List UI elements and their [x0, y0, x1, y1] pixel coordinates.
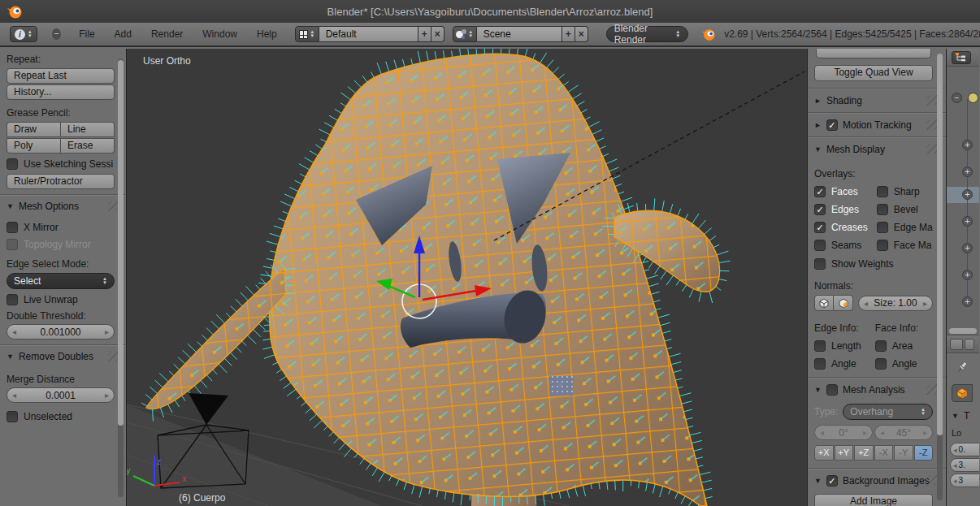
face-area-checkbox[interactable]: ✓ Area — [875, 340, 933, 352]
toolshelf-scrollbar[interactable] — [118, 58, 124, 497]
axis-plus-z-button[interactable]: +Z — [854, 445, 874, 461]
vertex-normals-toggle[interactable] — [814, 295, 834, 311]
checkbox-icon[interactable]: ✓ — [826, 475, 838, 487]
face-marks-checkbox[interactable]: ✓ Face Ma — [877, 240, 933, 251]
arrow-left-icon[interactable]: ◂ — [820, 428, 824, 437]
expand-plus-icon[interactable]: + — [962, 140, 973, 150]
axis-minus-y-button[interactable]: -Y — [894, 445, 913, 461]
menu-add[interactable]: Add — [105, 28, 141, 40]
expand-plus-icon[interactable]: + — [962, 167, 973, 177]
topology-mirror-checkbox[interactable]: ✓ Topology Mirror — [7, 239, 115, 250]
arrow-right-icon[interactable]: ▸ — [923, 428, 927, 437]
location-z-field[interactable]: ◂ 3 — [950, 474, 979, 487]
expand-plus-icon[interactable]: + — [962, 216, 973, 227]
creases-checkbox[interactable]: ✓ Creases — [814, 222, 874, 233]
face-normals-toggle[interactable] — [834, 295, 853, 311]
menu-render[interactable]: Render — [141, 28, 193, 40]
properties-context-icon[interactable] — [965, 339, 974, 350]
grease-poly-button[interactable]: Poly — [7, 138, 61, 154]
sharp-checkbox[interactable]: ✓ Sharp — [877, 186, 933, 197]
mesh-analysis-panel-header[interactable]: ▼ ✓ Mesh Analysis — [814, 384, 933, 396]
axis-plus-x-button[interactable]: +X — [814, 445, 834, 461]
edges-checkbox[interactable]: ✓ Edges — [814, 204, 874, 215]
double-threshold-field[interactable]: ◂ 0.001000 ▸ — [7, 324, 115, 339]
merge-distance-field[interactable]: ◂ 0.0001 ▸ — [7, 387, 115, 403]
arrow-right-icon[interactable]: ▸ — [105, 327, 109, 336]
faces-checkbox[interactable]: ✓ Faces — [814, 186, 874, 197]
menu-help[interactable]: Help — [247, 28, 287, 40]
overhang-min-field[interactable]: ◂ 0° ▸ — [814, 425, 873, 440]
layout-add-button[interactable]: + — [418, 26, 431, 42]
expand-plus-icon[interactable]: + — [962, 189, 973, 200]
motion-tracking-panel-header[interactable]: ► ✓ Motion Tracking — [814, 119, 933, 131]
expand-plus-icon[interactable]: + — [962, 270, 973, 280]
transform-panel-header[interactable]: ▼ T — [952, 410, 979, 422]
body-mesh[interactable] — [258, 49, 712, 506]
scene-delete-button[interactable]: × — [575, 26, 588, 42]
scene-add-button[interactable]: + — [562, 26, 575, 42]
outliner-editor-button[interactable] — [952, 51, 971, 64]
unselected-checkbox[interactable]: ✓ Unselected — [7, 411, 115, 422]
overhang-max-field[interactable]: ◂ 45° ▸ — [874, 425, 933, 440]
add-image-button[interactable]: Add Image — [814, 494, 933, 506]
arrow-right-icon[interactable]: ▸ — [923, 299, 927, 308]
clipped-button[interactable] — [816, 49, 931, 58]
arrow-right-icon[interactable]: ▸ — [105, 391, 109, 400]
expand-plus-icon[interactable]: + — [962, 243, 973, 253]
arrow-right-icon[interactable]: ▸ — [863, 428, 867, 437]
mesh-options-panel-header[interactable]: ▼ Mesh Options — [7, 201, 115, 212]
edge-angle-checkbox[interactable]: ✓ Angle — [814, 358, 875, 370]
bevel-checkbox[interactable]: ✓ Bevel — [877, 204, 933, 215]
layout-browse-button[interactable]: ▲▼ — [295, 26, 319, 42]
analysis-type-dropdown[interactable]: Overhang ▲▼ — [843, 404, 933, 420]
outliner-hscrollbar[interactable] — [949, 328, 977, 334]
layout-name-field[interactable]: Default — [319, 26, 418, 42]
grease-line-button[interactable]: Line — [61, 122, 115, 137]
editor-type-button[interactable]: i ▲▼ — [10, 26, 37, 42]
location-x-field[interactable]: ◂ 0. — [950, 443, 979, 456]
npanel-scrollbar[interactable] — [937, 54, 943, 500]
x-mirror-checkbox[interactable]: ✓ X Mirror — [7, 222, 115, 233]
repeat-last-button[interactable]: Repeat Last — [7, 68, 115, 84]
menu-window[interactable]: Window — [193, 28, 247, 40]
pin-icon[interactable] — [955, 360, 969, 374]
history-button[interactable]: History... — [7, 84, 115, 100]
remove-doubles-panel-header[interactable]: ▼ Remove Doubles — [7, 351, 115, 362]
object-properties-tab[interactable] — [952, 384, 973, 402]
use-sketching-sessions-checkbox[interactable]: ✓ Use Sketching Sessi — [7, 158, 115, 170]
location-y-field[interactable]: ◂ 3. — [950, 458, 979, 472]
expand-plus-icon[interactable]: + — [962, 296, 973, 307]
grease-erase-button[interactable]: Erase — [61, 138, 115, 154]
arrow-left-icon[interactable]: ◂ — [880, 428, 884, 437]
arrow-left-icon[interactable]: ◂ — [12, 391, 16, 400]
normals-size-field[interactable]: ◂ Size: 1.00 ▸ — [858, 296, 933, 311]
edge-select-mode-dropdown[interactable]: Select ▲▼ — [7, 273, 115, 289]
seams-checkbox[interactable]: ✓ Seams — [814, 240, 874, 251]
outliner-tree[interactable]: − + + + + + + + — [947, 67, 979, 325]
shading-panel-header[interactable]: ► Shading — [814, 95, 933, 106]
ruler-protractor-button[interactable]: Ruler/Protractor — [7, 174, 115, 189]
menu-file[interactable]: File — [69, 28, 104, 40]
edge-marks-checkbox[interactable]: ✓ Edge Ma — [877, 222, 933, 233]
arrow-left-icon[interactable]: ◂ — [12, 327, 16, 336]
show-weights-checkbox[interactable]: ✓ Show Weights — [814, 258, 933, 270]
collapse-menus-button[interactable]: − — [52, 28, 62, 40]
mesh-display-panel-header[interactable]: ▼ Mesh Display — [814, 144, 933, 155]
live-unwrap-checkbox[interactable]: ✓ Live Unwrap — [7, 294, 115, 305]
edge-length-checkbox[interactable]: ✓ Length — [814, 340, 875, 352]
layout-delete-button[interactable]: × — [431, 26, 444, 42]
scene-node-icon[interactable] — [968, 93, 978, 103]
viewport-3d[interactable]: z y x User Ortho (6) Cuerpo — [127, 49, 807, 506]
toggle-quad-view-button[interactable]: Toggle Quad View — [814, 65, 933, 81]
properties-editor-button[interactable] — [950, 339, 963, 350]
collapse-minus-icon[interactable]: − — [952, 93, 962, 103]
scene-browse-button[interactable]: ▲▼ — [453, 26, 477, 42]
arrow-left-icon[interactable]: ◂ — [864, 299, 868, 308]
checkbox-icon[interactable]: ✓ — [826, 384, 838, 396]
grease-draw-button[interactable]: Draw — [7, 122, 61, 137]
face-angle-checkbox[interactable]: ✓ Angle — [875, 358, 933, 370]
axis-minus-x-button[interactable]: -X — [874, 445, 894, 461]
axis-plus-y-button[interactable]: +Y — [835, 445, 854, 461]
background-images-panel-header[interactable]: ▼ ✓ Background Images — [814, 475, 933, 487]
checkbox-icon[interactable]: ✓ — [826, 119, 838, 131]
